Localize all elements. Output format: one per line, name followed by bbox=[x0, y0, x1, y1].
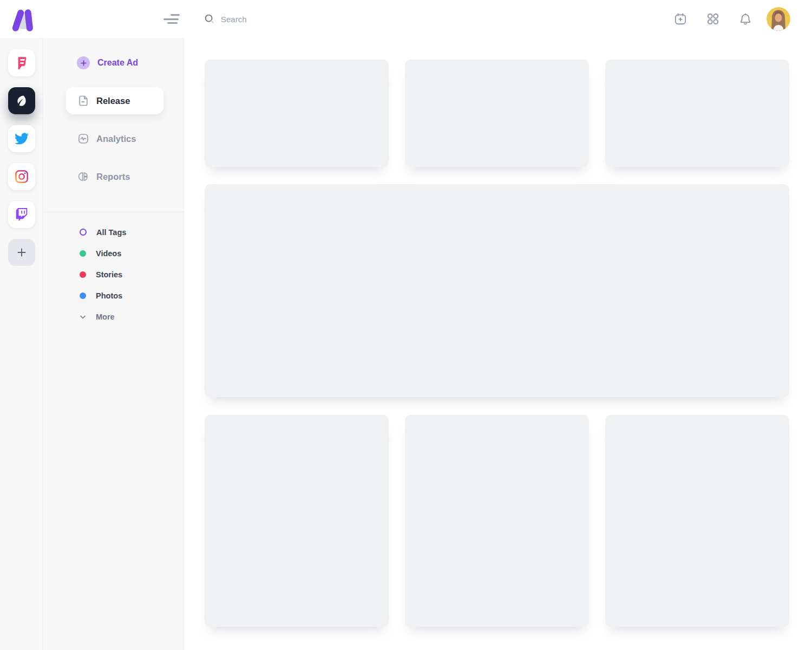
tags-more-toggle[interactable]: More bbox=[44, 306, 184, 327]
workspace-twitch[interactable] bbox=[8, 201, 35, 228]
twitter-icon bbox=[15, 132, 29, 146]
tag-all-tags[interactable]: All Tags bbox=[44, 222, 184, 243]
document-icon bbox=[77, 94, 90, 107]
sidebar-item-analytics[interactable]: Analytics bbox=[77, 125, 184, 152]
tag-videos[interactable]: Videos bbox=[44, 243, 184, 264]
content-placeholder-card bbox=[405, 415, 589, 627]
sidebar: Create Ad Release Analytics Reports bbox=[44, 38, 184, 650]
menu-toggle-icon[interactable] bbox=[163, 12, 180, 26]
plus-circle-icon bbox=[77, 56, 90, 69]
tag-ring-icon bbox=[80, 229, 87, 236]
content-placeholder-card bbox=[605, 415, 789, 627]
user-avatar[interactable] bbox=[767, 7, 790, 31]
content-placeholder-card bbox=[605, 60, 789, 167]
more-label: More bbox=[96, 313, 115, 321]
placeholder-row-bottom bbox=[205, 415, 789, 627]
sidebar-item-label: Release bbox=[96, 96, 130, 106]
tag-stories[interactable]: Stories bbox=[44, 264, 184, 285]
content-placeholder-card bbox=[205, 415, 389, 627]
tag-dot-icon bbox=[80, 271, 86, 278]
brand-logo-icon bbox=[8, 5, 36, 33]
app-root: Create Ad Release Analytics Reports bbox=[0, 0, 812, 650]
add-workspace-button[interactable] bbox=[8, 239, 35, 266]
header-actions bbox=[673, 0, 790, 38]
sidebar-item-release[interactable]: Release bbox=[66, 87, 163, 114]
brand-logo[interactable] bbox=[8, 5, 36, 33]
workspace-rail bbox=[0, 38, 43, 650]
search-icon bbox=[204, 13, 215, 25]
sidebar-item-label: Analytics bbox=[96, 134, 136, 144]
analytics-icon bbox=[77, 132, 90, 145]
sidebar-item-reports[interactable]: Reports bbox=[77, 163, 184, 190]
tag-label: Videos bbox=[96, 249, 121, 258]
foursquare-icon bbox=[14, 55, 30, 71]
tag-dot-icon bbox=[80, 250, 86, 257]
plus-icon bbox=[16, 246, 28, 258]
instagram-icon bbox=[15, 170, 29, 184]
content-placeholder-card bbox=[405, 60, 589, 167]
create-ad-label: Create Ad bbox=[97, 58, 138, 68]
tag-label: Stories bbox=[96, 270, 122, 279]
create-ad-button[interactable]: Create Ad bbox=[77, 51, 184, 75]
sidebar-item-label: Reports bbox=[96, 172, 130, 182]
placeholder-row-top bbox=[205, 60, 789, 167]
avatar-image bbox=[767, 7, 790, 31]
sidebar-divider bbox=[44, 212, 184, 212]
workspace-instagram[interactable] bbox=[8, 163, 35, 190]
tag-photos[interactable]: Photos bbox=[44, 285, 184, 306]
tag-label: All Tags bbox=[96, 228, 126, 237]
main-content bbox=[185, 38, 812, 650]
content-placeholder-card bbox=[205, 60, 389, 167]
tag-label: Photos bbox=[96, 291, 122, 300]
top-header bbox=[0, 0, 812, 38]
apps-grid-icon[interactable] bbox=[706, 12, 720, 26]
twitch-icon bbox=[15, 207, 29, 222]
content-placeholder-feature bbox=[205, 184, 789, 397]
envato-leaf-icon bbox=[14, 93, 29, 108]
calendar-add-icon[interactable] bbox=[673, 12, 687, 26]
workspace-twitter[interactable] bbox=[8, 125, 35, 152]
pie-chart-icon bbox=[77, 170, 90, 183]
workspace-envato[interactable] bbox=[8, 87, 35, 114]
workspace-foursquare[interactable] bbox=[8, 49, 35, 76]
search-input[interactable] bbox=[221, 15, 394, 24]
search-bar bbox=[204, 9, 394, 29]
notifications-bell-icon[interactable] bbox=[738, 12, 752, 26]
tags-section: All Tags Videos Stories Photos More bbox=[44, 222, 184, 327]
tag-dot-icon bbox=[80, 292, 86, 299]
chevron-down-icon bbox=[78, 313, 87, 321]
